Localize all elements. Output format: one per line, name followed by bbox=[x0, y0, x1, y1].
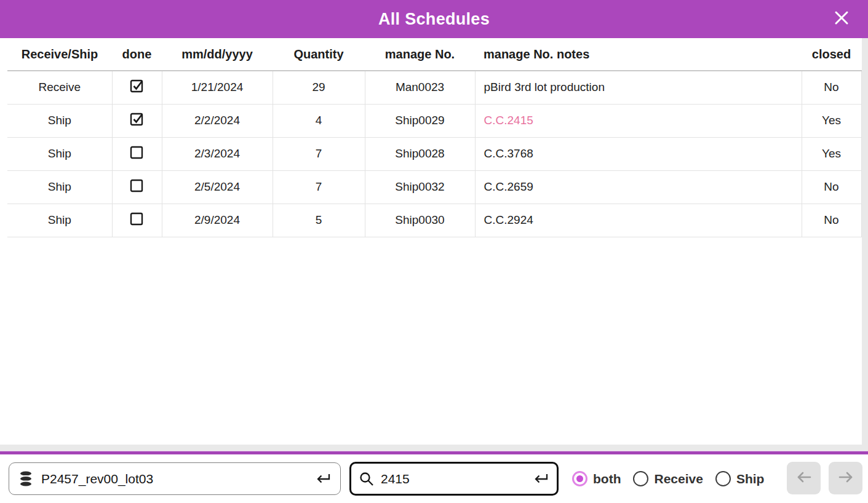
next-button[interactable] bbox=[829, 462, 862, 494]
table-row[interactable]: Receive 1/21/2024 29 Man0023 pBird 3rd l… bbox=[7, 71, 861, 104]
manage-no-cell: Ship0029 bbox=[365, 104, 475, 137]
receive-ship-cell: Ship bbox=[7, 104, 112, 137]
footer-bar: both Receive Ship bbox=[0, 454, 868, 503]
manage-no-cell: Man0023 bbox=[365, 71, 475, 104]
done-checkbox[interactable] bbox=[129, 78, 145, 93]
table-row[interactable]: Ship 2/9/2024 5 Ship0030 C.C.2924 No bbox=[7, 204, 861, 237]
date-cell: 2/5/2024 bbox=[162, 170, 273, 204]
notes-cell: C.C.2659 bbox=[475, 170, 802, 204]
enter-icon[interactable] bbox=[532, 472, 549, 486]
date-cell: 2/3/2024 bbox=[162, 137, 273, 170]
radio-ship-icon[interactable] bbox=[715, 471, 731, 486]
radio-ship-label: Ship bbox=[736, 472, 765, 486]
receive-ship-cell: Ship bbox=[7, 137, 112, 170]
title-bar: All Schedules bbox=[0, 0, 868, 38]
table-row[interactable]: Ship 2/3/2024 7 Ship0028 C.C.3768 Yes bbox=[7, 137, 861, 170]
col-header-done: done bbox=[112, 38, 162, 71]
search-field bbox=[349, 462, 559, 496]
notes-cell: C.C.2924 bbox=[475, 204, 802, 237]
notes-cell: C.C.2415 bbox=[475, 104, 802, 137]
done-cell bbox=[112, 71, 162, 104]
arrow-left-icon bbox=[795, 470, 813, 486]
page-title: All Schedules bbox=[0, 0, 868, 38]
col-header-notes: manage No. notes bbox=[475, 38, 802, 71]
filter-radio-group: both Receive Ship bbox=[572, 454, 764, 503]
manage-no-cell: Ship0028 bbox=[365, 137, 475, 170]
done-cell bbox=[112, 137, 162, 170]
col-header-receive-ship: Receive/Ship bbox=[7, 38, 112, 71]
quantity-cell: 5 bbox=[273, 204, 365, 237]
closed-cell: No bbox=[802, 71, 861, 104]
search-icon bbox=[359, 471, 375, 487]
closed-cell: No bbox=[802, 170, 861, 204]
radio-ship[interactable]: Ship bbox=[715, 471, 765, 486]
close-icon bbox=[834, 10, 850, 28]
date-cell: 2/9/2024 bbox=[162, 204, 273, 237]
receive-ship-cell: Receive bbox=[7, 71, 112, 104]
date-cell: 2/2/2024 bbox=[162, 104, 273, 137]
col-header-closed: closed bbox=[802, 38, 861, 71]
vertical-scrollbar[interactable] bbox=[862, 38, 868, 451]
table-row[interactable]: Ship 2/2/2024 4 Ship0029 C.C.2415 Yes bbox=[7, 104, 861, 137]
previous-button[interactable] bbox=[787, 462, 821, 494]
done-checkbox[interactable] bbox=[129, 211, 145, 226]
date-cell: 1/21/2024 bbox=[162, 71, 273, 104]
radio-receive-label: Receive bbox=[654, 472, 703, 486]
manage-no-cell: Ship0030 bbox=[365, 204, 475, 237]
schedules-table: Receive/Ship done mm/dd/yyyy Quantity ma… bbox=[7, 38, 861, 237]
table-header-row: Receive/Ship done mm/dd/yyyy Quantity ma… bbox=[7, 38, 861, 71]
arrow-right-icon bbox=[837, 470, 854, 486]
col-header-quantity: Quantity bbox=[273, 38, 365, 71]
search-input[interactable] bbox=[381, 472, 526, 486]
quantity-cell: 7 bbox=[273, 137, 365, 170]
notes-cell: pBird 3rd lot production bbox=[475, 71, 802, 104]
done-cell bbox=[112, 104, 162, 137]
closed-cell: Yes bbox=[802, 104, 861, 137]
done-cell bbox=[112, 170, 162, 204]
quantity-cell: 7 bbox=[273, 170, 365, 204]
quantity-cell: 4 bbox=[273, 104, 365, 137]
record-name-input[interactable] bbox=[41, 472, 307, 486]
closed-cell: No bbox=[802, 204, 861, 237]
radio-receive[interactable]: Receive bbox=[633, 471, 703, 486]
col-header-manage-no: manage No. bbox=[365, 38, 475, 71]
done-checkbox[interactable] bbox=[129, 178, 145, 193]
radio-both-icon[interactable] bbox=[572, 471, 587, 486]
notes-cell: C.C.3768 bbox=[475, 137, 802, 170]
close-button[interactable] bbox=[831, 9, 852, 30]
done-checkbox[interactable] bbox=[129, 111, 145, 127]
receive-ship-cell: Ship bbox=[7, 170, 112, 204]
receive-ship-cell: Ship bbox=[7, 204, 112, 237]
done-cell bbox=[112, 204, 162, 237]
record-name-field bbox=[9, 462, 341, 495]
radio-both-label: both bbox=[593, 472, 621, 486]
all-schedules-window: All Schedules Receive/Ship done mm/dd/yy… bbox=[0, 0, 868, 503]
col-header-date: mm/dd/yyyy bbox=[162, 38, 273, 71]
enter-icon[interactable] bbox=[314, 472, 332, 486]
horizontal-scrollbar[interactable] bbox=[0, 445, 868, 451]
manage-no-cell: Ship0032 bbox=[365, 170, 475, 204]
closed-cell: Yes bbox=[802, 137, 861, 170]
done-checkbox[interactable] bbox=[129, 145, 145, 160]
radio-both[interactable]: both bbox=[572, 471, 621, 486]
database-icon bbox=[18, 470, 34, 488]
radio-receive-icon[interactable] bbox=[633, 471, 648, 486]
quantity-cell: 29 bbox=[273, 71, 365, 104]
table-row[interactable]: Ship 2/5/2024 7 Ship0032 C.C.2659 No bbox=[7, 170, 861, 204]
